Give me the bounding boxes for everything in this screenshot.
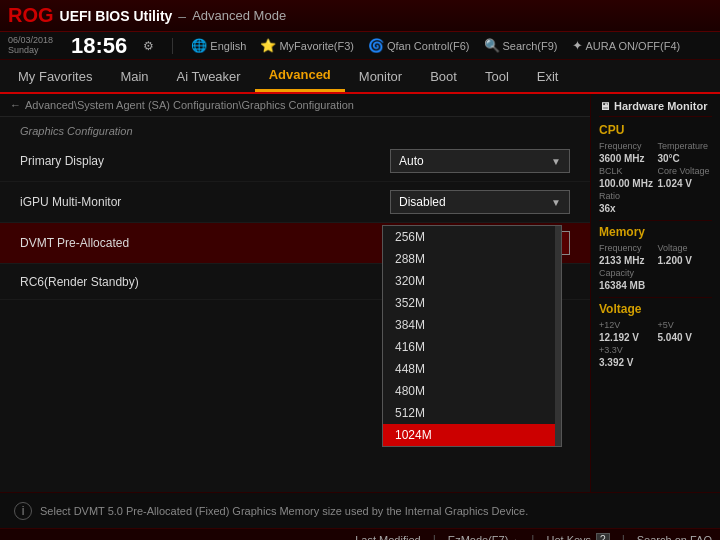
nav-item-exit[interactable]: Exit	[523, 60, 573, 92]
settings-area: Graphics Configuration Primary Display A…	[0, 117, 590, 492]
cpu-frequency-label: Frequency	[599, 141, 654, 151]
dvmt-option-1024m[interactable]: 1024M	[383, 424, 561, 446]
aura-icon: ✦	[572, 38, 583, 53]
dvmt-dropdown-list: 256M 288M 320M 352M 384M 416M 44	[382, 225, 562, 447]
back-arrow-icon[interactable]: ←	[10, 99, 21, 111]
app-name: UEFI BIOS Utility	[60, 8, 173, 24]
dvmt-option-416m[interactable]: 416M	[383, 336, 561, 358]
nav-item-main[interactable]: Main	[106, 60, 162, 92]
myfavorite-util[interactable]: ⭐ MyFavorite(F3)	[260, 38, 354, 53]
nav-item-myfavorites[interactable]: My Favorites	[4, 60, 106, 92]
status-bar: Last Modified | EzMode(F7)→ | Hot Keys ?…	[0, 528, 720, 540]
dropdown-scrollbar[interactable]	[555, 226, 561, 446]
dvmt-option-448m[interactable]: 448M	[383, 358, 561, 380]
search-util[interactable]: 🔍 Search(F9)	[484, 38, 558, 53]
igpu-multimonitor-label: iGPU Multi-Monitor	[20, 195, 390, 209]
english-util[interactable]: 🌐 English	[191, 38, 246, 53]
hardware-monitor-title: 🖥 Hardware Monitor	[599, 100, 712, 117]
voltage-grid: +12V +5V 12.192 V 5.040 V +3.3V 3.392 V	[599, 320, 712, 368]
mem-voltage-value: 1.200 V	[658, 255, 713, 266]
info-bar: 06/03/2018 Sunday 18:56 ⚙ 🌐 English ⭐ My…	[0, 32, 720, 60]
rog-logo: ROG	[8, 4, 54, 27]
nav-item-monitor[interactable]: Monitor	[345, 60, 416, 92]
day-label: Sunday	[8, 46, 53, 56]
time-display: 18:56	[71, 35, 127, 57]
cpu-grid: Frequency Temperature 3600 MHz 30°C BCLK…	[599, 141, 712, 214]
dvmt-option-288m[interactable]: 288M	[383, 248, 561, 270]
dvmt-option-320m[interactable]: 320M	[383, 270, 561, 292]
title-bar: ROG UEFI BIOS Utility – Advanced Mode	[0, 0, 720, 32]
cpu-ratio-label: Ratio	[599, 191, 712, 201]
aura-label: AURA ON/OFF(F4)	[586, 40, 681, 52]
v12-label: +12V	[599, 320, 654, 330]
qfan-label: Qfan Control(F6)	[387, 40, 470, 52]
status-searchfaq[interactable]: Search on FAQ	[637, 534, 712, 541]
dropdown-arrow-icon: ▼	[551, 197, 561, 208]
myfavorite-label: MyFavorite(F3)	[279, 40, 354, 52]
divider	[599, 220, 712, 221]
primary-display-dropdown[interactable]: Auto ▼	[390, 149, 570, 173]
hardware-monitor-panel: 🖥 Hardware Monitor CPU Frequency Tempera…	[590, 94, 720, 492]
cpu-temperature-label: Temperature	[658, 141, 713, 151]
cpu-temperature-value: 30°C	[658, 153, 713, 164]
left-panel: ← Advanced\System Agent (SA) Configurati…	[0, 94, 590, 492]
hotkeys-key[interactable]: ?	[596, 533, 610, 540]
dropdown-arrow-icon: ▼	[551, 156, 561, 167]
memory-grid: Frequency Voltage 2133 MHz 1.200 V Capac…	[599, 243, 712, 291]
mode-label: Advanced Mode	[192, 8, 286, 23]
v12-value: 12.192 V	[599, 332, 654, 343]
dvmt-option-256m[interactable]: 256M	[383, 226, 561, 248]
dvmt-option-352m[interactable]: 352M	[383, 292, 561, 314]
title-separator: –	[178, 8, 186, 24]
status-ezmode[interactable]: EzMode(F7)→	[448, 534, 520, 541]
search-label: Search(F9)	[503, 40, 558, 52]
status-separator-2: |	[531, 533, 534, 541]
igpu-multimonitor-dropdown[interactable]: Disabled ▼	[390, 190, 570, 214]
nav-item-tool[interactable]: Tool	[471, 60, 523, 92]
cpu-bclk-value: 100.00 MHz	[599, 178, 654, 189]
nav-item-advanced[interactable]: Advanced	[255, 60, 345, 92]
nav-bar: My Favorites Main Ai Tweaker Advanced Mo…	[0, 60, 720, 94]
igpu-multimonitor-row: iGPU Multi-Monitor Disabled ▼	[0, 182, 590, 223]
monitor-icon: 🖥	[599, 100, 610, 112]
cpu-corevoltage-value: 1.024 V	[658, 178, 713, 189]
v5-label: +5V	[658, 320, 713, 330]
mem-frequency-value: 2133 MHz	[599, 255, 654, 266]
info-text: Select DVMT 5.0 Pre-Allocated (Fixed) Gr…	[40, 505, 528, 517]
star-icon: ⭐	[260, 38, 276, 53]
status-separator-3: |	[622, 533, 625, 541]
dvmt-preallocated-label: DVMT Pre-Allocated	[20, 236, 390, 250]
mem-frequency-label: Frequency	[599, 243, 654, 253]
search-icon: 🔍	[484, 38, 500, 53]
section-label: Graphics Configuration	[0, 117, 590, 141]
memory-section-title: Memory	[599, 225, 712, 239]
globe-icon: 🌐	[191, 38, 207, 53]
divider-2	[599, 297, 712, 298]
v5-value: 5.040 V	[658, 332, 713, 343]
main-layout: ← Advanced\System Agent (SA) Configurati…	[0, 94, 720, 492]
dvmt-option-480m[interactable]: 480M	[383, 380, 561, 402]
info-circle-icon: i	[14, 502, 32, 520]
breadcrumb-path: Advanced\System Agent (SA) Configuration…	[25, 99, 354, 111]
igpu-multimonitor-value: Disabled	[399, 195, 446, 209]
rc6-renderstandby-label: RC6(Render Standby)	[20, 275, 390, 289]
primary-display-value: Auto	[399, 154, 424, 168]
breadcrumb: ← Advanced\System Agent (SA) Configurati…	[0, 94, 590, 117]
cpu-corevoltage-label: Core Voltage	[658, 166, 713, 176]
nav-item-aitweaker[interactable]: Ai Tweaker	[163, 60, 255, 92]
mem-capacity-label: Capacity	[599, 268, 712, 278]
qfan-util[interactable]: 🌀 Qfan Control(F6)	[368, 38, 470, 53]
nav-item-boot[interactable]: Boot	[416, 60, 471, 92]
dvmt-option-384m[interactable]: 384M	[383, 314, 561, 336]
settings-gear-icon[interactable]: ⚙	[143, 39, 154, 53]
status-lastmodified: Last Modified	[355, 534, 420, 541]
fan-icon: 🌀	[368, 38, 384, 53]
status-hotkeys: Hot Keys ?	[546, 533, 609, 540]
aura-util[interactable]: ✦ AURA ON/OFF(F4)	[572, 38, 681, 53]
english-label: English	[210, 40, 246, 52]
v33-value: 3.392 V	[599, 357, 712, 368]
status-separator-1: |	[433, 533, 436, 541]
cpu-frequency-value: 3600 MHz	[599, 153, 654, 164]
v33-label: +3.3V	[599, 345, 712, 355]
dvmt-option-512m[interactable]: 512M	[383, 402, 561, 424]
